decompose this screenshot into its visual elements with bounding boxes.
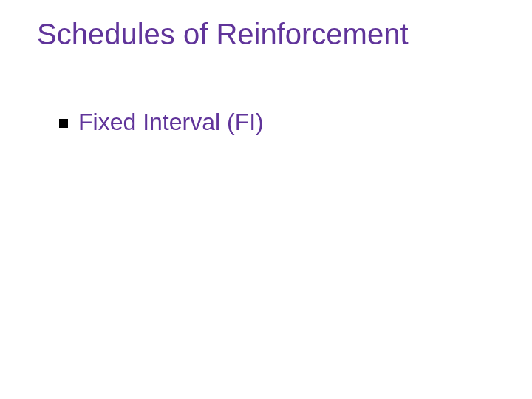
slide: Schedules of Reinforcement Fixed Interva…: [0, 0, 532, 399]
bullet-text: Fixed Interval (FI): [78, 109, 264, 135]
slide-content: Fixed Interval (FI): [37, 109, 495, 135]
list-item: Fixed Interval (FI): [59, 109, 495, 135]
slide-title: Schedules of Reinforcement: [37, 18, 495, 50]
square-bullet-icon: [59, 119, 68, 128]
